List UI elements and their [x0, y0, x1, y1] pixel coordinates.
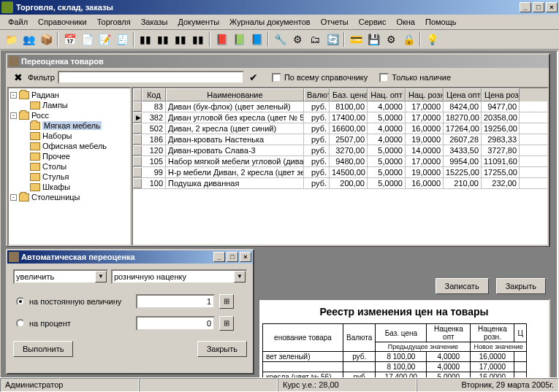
maximize-button[interactable]: □ [533, 2, 544, 12]
tree-toggle-icon[interactable]: - [10, 194, 17, 201]
save-button[interactable]: Записать [436, 278, 489, 294]
filter-apply-icon[interactable]: ✔ [247, 71, 260, 84]
table-row[interactable]: 99Н-р мебели Диван, 2 кресла (цвет зеруб… [133, 167, 547, 178]
menu-directories[interactable]: Справочники [33, 16, 92, 28]
tb-barcode1-icon[interactable]: ▮▮ [137, 31, 153, 47]
execute-button[interactable]: Выполнить [13, 341, 73, 357]
grid-header-cell[interactable]: Нац. розн. [406, 88, 444, 101]
table-row[interactable]: 100Подушка диваннаяруб.200,005,000016,00… [133, 178, 547, 189]
close-button[interactable]: × [546, 2, 558, 12]
table-row[interactable]: 502Диван, 2 кресла (цвет синий)руб.16600… [133, 123, 547, 134]
action-combo[interactable]: увеличить ▼ [13, 269, 108, 284]
tb-tool3-icon[interactable]: 🗂 [307, 31, 323, 47]
cell-code: 502 [142, 123, 166, 134]
menu-windows[interactable]: Окна [391, 16, 420, 28]
grid-header-cell[interactable]: Цена опт [444, 88, 482, 101]
grid-header-cell[interactable]: Код [142, 88, 166, 101]
tb-goods-icon[interactable]: 📦 [38, 31, 54, 47]
tb-text-icon[interactable]: 📝 [96, 31, 113, 47]
tb-book-icon[interactable]: 📕 [213, 31, 229, 47]
tree-item[interactable]: Офисная мебель [10, 141, 129, 151]
constant-value-input[interactable]: 1 [136, 294, 215, 309]
tb-lock-icon[interactable]: 🔒 [400, 31, 417, 47]
target-combo-value: розничную наценку [114, 272, 186, 281]
tree-item[interactable]: Стулья [10, 172, 129, 182]
grid-header-cell[interactable]: Наименование [166, 88, 304, 101]
goods-grid[interactable]: КодНаименованиеВалютаБаз. ценаНац. оптНа… [132, 87, 549, 246]
menu-documents[interactable]: Документы [172, 16, 224, 28]
percent-value-input[interactable]: 0 [136, 316, 215, 331]
chevron-down-icon[interactable]: ▼ [95, 271, 107, 283]
auto-maximize-button[interactable]: □ [227, 252, 238, 262]
tree-item[interactable]: Прочее [10, 151, 129, 161]
target-combo[interactable]: розничную наценку ▼ [111, 269, 247, 284]
grid-header-cell[interactable]: Нац. опт [368, 88, 406, 101]
row-marker-icon [133, 145, 142, 155]
tree-item[interactable]: Шкафы [10, 182, 129, 192]
filter-clear-icon[interactable]: ✖ [12, 71, 25, 84]
tb-book3-icon[interactable]: 📘 [248, 31, 265, 47]
table-row[interactable]: 120Диван-кровать Слава-3руб.3270,005,000… [133, 145, 547, 156]
tree-toggle-icon[interactable]: - [10, 112, 17, 119]
tb-disk-icon[interactable]: 💾 [365, 31, 381, 47]
folder-icon [30, 122, 40, 130]
close-button-reprice[interactable]: Закрыть [496, 278, 546, 294]
menu-journals[interactable]: Журналы документов [224, 16, 316, 28]
tb-contacts-icon[interactable]: 👥 [20, 31, 37, 47]
table-row[interactable]: ▶382Диван угловой без кресла (цвет № 5ру… [133, 112, 547, 123]
filter-input[interactable] [58, 71, 244, 84]
calculator-icon[interactable]: ⊞ [219, 316, 234, 331]
menu-service[interactable]: Сервис [354, 16, 392, 28]
tree-toggle-icon[interactable]: - [10, 92, 17, 99]
radio-constant[interactable] [16, 297, 25, 306]
calculator-icon[interactable]: ⊞ [219, 294, 234, 309]
tree-item[interactable]: -Росс [10, 110, 129, 120]
close-button-auto[interactable]: Закрыть [197, 341, 247, 357]
cell-nroz: 19,0000 [406, 167, 444, 177]
minimize-button[interactable]: _ [520, 2, 531, 12]
table-row[interactable]: 83Диван (бук-флок) (цвет зеленый)руб.810… [133, 101, 547, 112]
menu-reports[interactable]: Отчеты [316, 16, 354, 28]
table-row[interactable]: 186Диван-кровать Настенькаруб.2507,004,0… [133, 134, 547, 145]
auto-close-button[interactable]: × [240, 252, 251, 262]
grid-header-cell[interactable]: Валюта [304, 88, 330, 101]
menu-help[interactable]: Помощь [420, 16, 462, 28]
chevron-down-icon[interactable]: ▼ [234, 271, 246, 283]
tb-calendar-icon[interactable]: 📅 [61, 31, 77, 47]
checkbox-only-stock[interactable] [379, 73, 389, 82]
tree-item[interactable]: Столы [10, 161, 129, 172]
tree-item[interactable]: Лампы [10, 100, 129, 110]
tb-gear-icon[interactable]: ⚙ [383, 31, 399, 47]
menu-orders[interactable]: Заказы [136, 16, 173, 28]
tb-tool1-icon[interactable]: 🔧 [272, 31, 288, 47]
tb-invoice-icon[interactable]: 🧾 [114, 31, 130, 47]
grid-header-cell[interactable]: Цена розн. [482, 88, 520, 101]
reprice-titlebar[interactable]: Переоценка товаров [7, 55, 549, 68]
tree-item[interactable]: Наборы [10, 131, 129, 141]
tb-barcode3-icon[interactable]: ▮▮ [172, 31, 189, 47]
tb-card-icon[interactable]: 💳 [348, 31, 364, 47]
auto-titlebar[interactable]: Автоматическая переоценка _ □ × [7, 250, 253, 264]
radio-percent[interactable] [16, 319, 25, 328]
tb-help-icon[interactable]: 💡 [424, 31, 440, 47]
auto-minimize-button[interactable]: _ [213, 252, 225, 262]
cell-base: 9480,00 [330, 156, 368, 166]
tb-refresh-icon[interactable]: 🔄 [324, 31, 341, 47]
tb-tool2-icon[interactable]: ⚙ [289, 31, 305, 47]
cell-copt: 8424,00 [444, 101, 482, 112]
tree-item[interactable]: -Столешницы [10, 192, 129, 202]
tb-barcode2-icon[interactable]: ▮▮ [155, 31, 171, 47]
tb-folder-icon[interactable]: 📁 [3, 31, 19, 47]
checkbox-all-directory[interactable] [272, 73, 281, 82]
table-row[interactable]: 105Набор мягкой мебели угловой (диванруб… [133, 156, 547, 167]
tree-item[interactable]: -Радиан [10, 90, 129, 100]
tb-barcode4-icon[interactable]: ▮▮ [190, 31, 206, 47]
grid-header-cell[interactable]: Баз. цена [330, 88, 368, 101]
menu-file[interactable]: Файл [3, 16, 33, 28]
tb-doc-icon[interactable]: 📄 [79, 31, 95, 47]
cell-currency: руб. [304, 167, 330, 177]
category-tree[interactable]: -РадианЛампы-РоссМягкая мебельНаборыОфис… [7, 87, 132, 246]
tb-book2-icon[interactable]: 📗 [231, 31, 247, 47]
menu-trade[interactable]: Торговля [92, 16, 136, 28]
tree-item[interactable]: Мягкая мебель [10, 120, 129, 131]
